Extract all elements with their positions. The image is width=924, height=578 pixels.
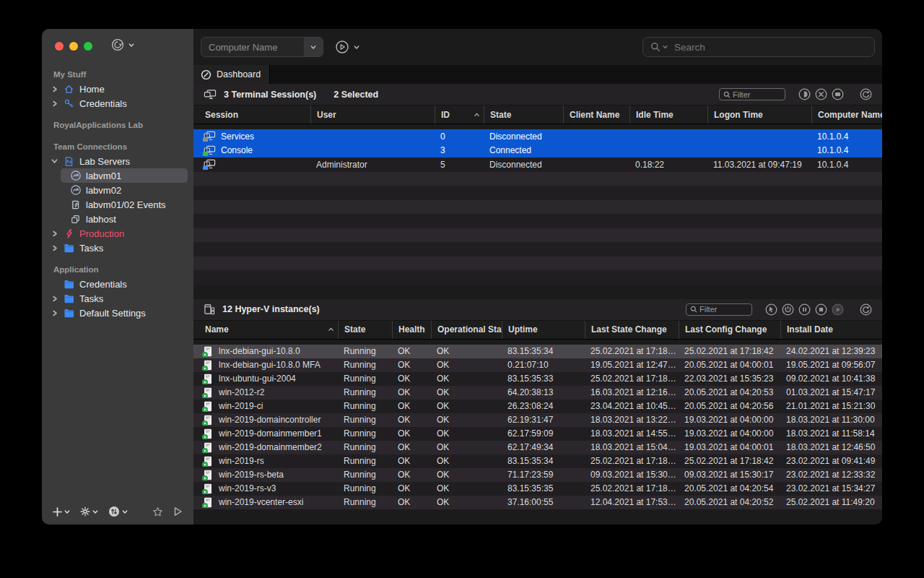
table-row[interactable]: Console3Connected10.1.0.4 xyxy=(193,144,882,158)
tab-dashboard[interactable]: Dashboard xyxy=(193,65,270,84)
column-header-operational-status[interactable]: Operational Status xyxy=(431,321,502,339)
column-header-idle-time[interactable]: Idle Time xyxy=(629,105,707,124)
terminal-filter-box[interactable] xyxy=(719,88,785,100)
chevron-right-icon[interactable] xyxy=(51,296,58,302)
table-row[interactable]: win-2019-ciRunningOKOK26.23:08:2423.04.2… xyxy=(193,400,882,413)
zoom-window-button[interactable] xyxy=(84,42,92,51)
vm-running-badge xyxy=(202,475,208,480)
table-row[interactable]: win-2019-domaincontrollerRunningOKOK62.1… xyxy=(193,413,882,427)
hyperv-filter-box[interactable] xyxy=(686,303,752,316)
column-header-computer-name[interactable]: Computer Name xyxy=(811,105,882,124)
vm-running-badge xyxy=(202,489,208,494)
table-row[interactable]: Administrator5Disconnected0.18:2211.03.2… xyxy=(193,158,882,172)
column-header-state[interactable]: State xyxy=(338,321,392,339)
sidebar-item-tasks[interactable]: Tasks xyxy=(48,291,188,306)
computer-name-input[interactable] xyxy=(201,42,303,53)
refresh-button[interactable] xyxy=(860,303,872,316)
chevron-right-icon[interactable] xyxy=(51,245,58,251)
table-row[interactable]: win-2012-r2RunningOKOK64.20:38:1316.03.2… xyxy=(193,386,882,400)
column-header-logon-time[interactable]: Logon Time xyxy=(707,105,811,124)
stop-button[interactable] xyxy=(815,303,827,316)
table-row[interactable]: win-2019-domainmember2RunningOKOK62.17:4… xyxy=(193,441,882,454)
table-row[interactable]: win-2019-domainmember1RunningOKOK62.17:5… xyxy=(193,427,882,441)
computer-name-combobox[interactable] xyxy=(201,37,323,57)
hyperv-column-header: NameStateHealthOperational StatusUptimeL… xyxy=(193,320,882,340)
column-header-name[interactable]: Name xyxy=(193,321,338,339)
sort-ascending-icon xyxy=(328,327,334,332)
column-header-last-state-change[interactable]: Last State Change xyxy=(585,321,679,339)
column-header-health[interactable]: Health xyxy=(392,321,431,339)
select-button[interactable] xyxy=(765,303,777,316)
favorites-button[interactable] xyxy=(149,504,167,519)
column-header-install-date[interactable]: Install Date xyxy=(780,321,882,339)
column-header-id[interactable]: ID xyxy=(435,105,484,124)
cell-install_date: 23.02.2021 at 15:34:27 xyxy=(780,483,882,493)
settings-button[interactable] xyxy=(77,504,102,519)
cell-id: 3 xyxy=(435,145,484,155)
column-header-label: Uptime xyxy=(508,324,538,335)
hyperv-filter-input[interactable] xyxy=(699,305,748,314)
column-header-label: Session xyxy=(205,110,238,120)
chevron-right-icon[interactable] xyxy=(51,230,58,237)
sidebar-item-labvm02[interactable]: labvm02 xyxy=(61,183,188,197)
sidebar-item-lab-servers[interactable]: Lab Servers xyxy=(48,154,188,168)
sidebar-item-tasks[interactable]: Tasks xyxy=(48,241,188,255)
filter-icon xyxy=(690,306,697,313)
column-header-uptime[interactable]: Uptime xyxy=(502,321,585,339)
pause-button[interactable] xyxy=(798,303,811,316)
connect-button[interactable] xyxy=(170,504,186,519)
table-row[interactable]: lnx-ubuntu-gui-2004RunningOKOK83.15:35:3… xyxy=(193,372,882,386)
chevron-right-icon[interactable] xyxy=(51,86,58,92)
table-row[interactable]: lnx-debian-gui-10.8.0RunningOKOK83.15:35… xyxy=(193,345,882,358)
remote-session-icon xyxy=(69,184,82,196)
disconnect-button[interactable] xyxy=(815,88,827,100)
column-header-state[interactable]: State xyxy=(484,105,563,124)
close-window-button[interactable] xyxy=(55,42,64,51)
column-header-last-config-change[interactable]: Last Config Change xyxy=(679,321,780,339)
sidebar-item-credentials[interactable]: Credentials xyxy=(48,277,188,291)
column-header-client-name[interactable]: Client Name xyxy=(563,105,629,124)
chevron-down-icon[interactable] xyxy=(51,158,58,164)
chevron-right-icon[interactable] xyxy=(51,310,58,316)
chevron-right-icon[interactable] xyxy=(51,100,58,107)
cell-install_date: 18.03.2021 at 11:58:14 xyxy=(780,428,882,439)
message-button[interactable] xyxy=(832,88,844,100)
table-row[interactable]: lnx-debian-gui-10.8.0 MFARunningOKOK0.21… xyxy=(193,358,882,372)
minimize-window-button[interactable] xyxy=(69,42,78,51)
search-input[interactable] xyxy=(670,42,867,53)
column-header-user[interactable]: User xyxy=(310,105,435,124)
connect-button[interactable] xyxy=(798,88,811,100)
sidebar-item-labvm01[interactable]: labvm01 xyxy=(61,168,188,183)
table-row[interactable]: win-2019-rs-betaRunningOKOK71.17:23:5909… xyxy=(193,468,882,482)
combobox-dropdown-button[interactable] xyxy=(303,38,323,56)
refresh-button[interactable] xyxy=(860,88,872,100)
table-row[interactable]: Services0Disconnected10.1.0.4 xyxy=(193,129,882,144)
table-row[interactable]: win-2019-vcenter-esxiRunningOKOK37.16:00… xyxy=(193,496,882,509)
terminal-session-icon xyxy=(204,145,216,156)
toolbar xyxy=(193,29,882,65)
play-button[interactable] xyxy=(832,303,844,316)
power-button[interactable] xyxy=(782,303,794,316)
add-button[interactable] xyxy=(49,505,74,519)
sidebar-item-home[interactable]: Home xyxy=(48,82,188,96)
sidebar-item-default-settings[interactable]: Default Settings xyxy=(48,306,188,320)
hyperv-header: 12 Hyper-V instance(s) xyxy=(193,299,882,320)
terminal-filter-input[interactable] xyxy=(733,90,781,99)
sidebar-item-credentials[interactable]: Credentials xyxy=(48,96,188,111)
sort-button[interactable] xyxy=(105,504,131,519)
sidebar-item-label: labhost xyxy=(86,214,116,225)
cell-uptime: 83.15:35:35 xyxy=(502,483,585,493)
sidebar-item-label: Credentials xyxy=(79,98,127,109)
vm-icon xyxy=(204,442,214,453)
search-box[interactable] xyxy=(642,37,875,57)
sidebar-item-labhost[interactable]: labhost xyxy=(61,212,188,226)
sidebar-section: My StuffHomeCredentials xyxy=(48,66,188,111)
cell-name: win-2012-r2 xyxy=(193,387,338,398)
app-menu-button[interactable] xyxy=(111,38,134,51)
sidebar-item-labvm01-02-events[interactable]: labvm01/02 Events xyxy=(61,197,188,212)
table-row[interactable]: win-2019-rsRunningOKOK83.15:35:3425.02.2… xyxy=(193,454,882,468)
sidebar-item-production[interactable]: Production xyxy=(48,226,188,241)
run-task-button[interactable] xyxy=(335,40,359,54)
table-row[interactable]: win-2019-rs-v3RunningOKOK83.15:35:3525.0… xyxy=(193,482,882,496)
column-header-session[interactable]: Session xyxy=(193,105,310,124)
